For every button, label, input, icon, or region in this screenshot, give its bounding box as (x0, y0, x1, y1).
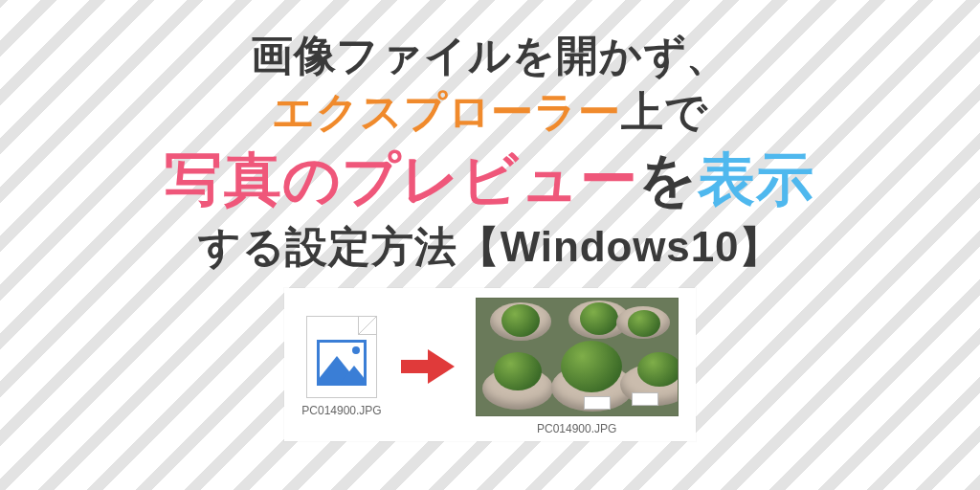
title-line-2-highlight: エクスプローラー (272, 88, 621, 135)
before-after-illustration: PC014900.JPG PC014900.JPG (284, 288, 695, 441)
title-line-4: する設定方法【Windows10】 (198, 218, 783, 275)
title-line-3: 写真のプレビューを表示 (165, 141, 814, 218)
generic-file-caption: PC014900.JPG (301, 404, 381, 417)
title-line-1: 画像ファイルを開かず、 (251, 27, 730, 83)
thumbnail-file-tile: PC014900.JPG (476, 298, 679, 435)
generic-file-tile: PC014900.JPG (301, 316, 381, 417)
title-line-2: エクスプローラー上で (272, 83, 708, 140)
title-line-2-rest: 上で (621, 88, 708, 135)
thumbnail-file-caption: PC014900.JPG (537, 422, 616, 435)
mountain-small-icon (339, 366, 367, 385)
sun-icon (352, 346, 360, 354)
thumbnail-canvas: 画像ファイルを開かず、 エクスプローラー上で 写真のプレビューを表示 する設定方… (0, 0, 980, 490)
title-line-3-mid: を (638, 147, 698, 212)
generic-image-file-icon (306, 316, 377, 398)
page-fold-icon (358, 317, 376, 335)
title-line-3-red: 写真のプレビュー (165, 147, 638, 212)
picture-glyph-icon (317, 340, 367, 386)
title-line-3-blue: 表示 (698, 147, 814, 212)
arrow-right-icon (401, 349, 457, 384)
thumbnail-preview-icon (476, 298, 679, 416)
